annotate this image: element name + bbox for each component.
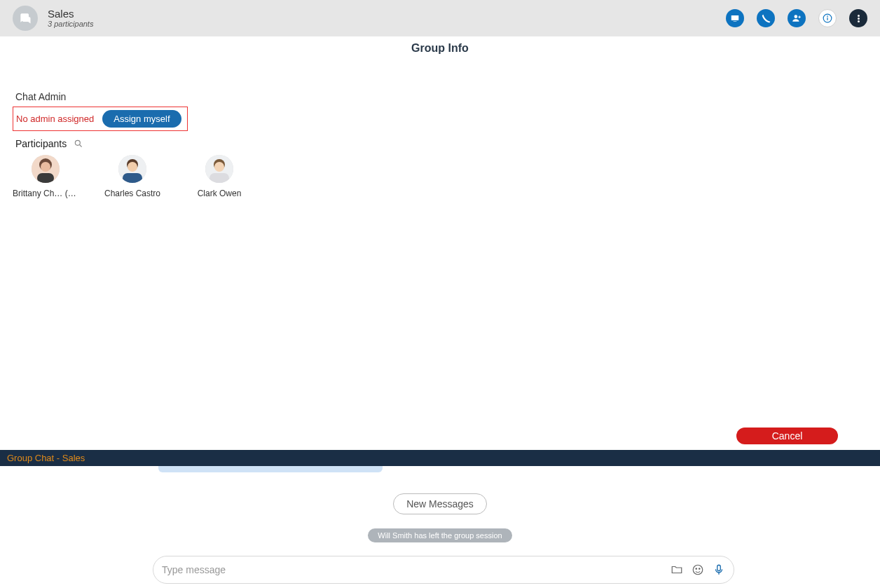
svg-point-10	[41, 162, 50, 172]
microphone-icon[interactable]	[713, 563, 725, 576]
svg-point-20	[693, 565, 703, 575]
svg-point-22	[699, 568, 701, 570]
svg-rect-19	[209, 173, 229, 183]
info-icon[interactable]	[818, 9, 837, 27]
group-chat-title-bar[interactable]: Group Chat - Sales	[0, 450, 880, 466]
participants-heading-row: Participants	[15, 138, 880, 149]
svg-rect-0	[731, 15, 739, 20]
svg-point-6	[75, 140, 80, 145]
chat-admin-highlight-box: No admin assigned Assign myself	[13, 107, 188, 131]
header-actions	[726, 9, 867, 27]
participant-item[interactable]: Brittany Ch… (You)	[13, 155, 78, 198]
participant-name: Charles Castro	[99, 189, 165, 198]
svg-point-2	[795, 15, 798, 18]
svg-point-21	[696, 568, 697, 570]
svg-line-7	[80, 145, 82, 147]
more-options-icon[interactable]	[849, 9, 867, 27]
add-user-icon[interactable]	[788, 9, 806, 27]
search-icon[interactable]	[74, 139, 83, 149]
system-message: Will Smith has left the group session	[368, 528, 511, 542]
participant-item[interactable]: Clark Owen	[186, 155, 252, 198]
assign-myself-button[interactable]: Assign myself	[102, 110, 181, 128]
emoji-icon[interactable]	[692, 563, 704, 576]
svg-point-5	[827, 16, 828, 17]
chat-header-titles: Sales 3 participants	[48, 8, 93, 29]
message-input[interactable]	[162, 564, 671, 575]
svg-point-18	[214, 162, 224, 172]
message-composer[interactable]	[153, 556, 734, 584]
message-bubble-fragment	[158, 465, 383, 472]
composer-icons	[671, 563, 725, 576]
cancel-button[interactable]: Cancel	[736, 428, 838, 444]
svg-rect-1	[734, 21, 737, 22]
participant-item[interactable]: Charles Castro	[99, 155, 165, 198]
svg-rect-15	[123, 173, 142, 183]
participant-name: Brittany Ch… (You)	[13, 189, 78, 198]
chat-subtitle: 3 participants	[48, 20, 93, 28]
avatar	[205, 155, 233, 183]
avatar	[32, 155, 60, 183]
svg-rect-11	[37, 173, 54, 183]
folder-icon[interactable]	[671, 563, 683, 576]
panel-title: Group Info	[0, 42, 880, 55]
no-admin-text: No admin assigned	[16, 114, 94, 124]
svg-rect-23	[717, 565, 721, 570]
chat-header: Sales 3 participants	[0, 0, 880, 36]
participants-list: Brittany Ch… (You) Charles Castro Clark …	[13, 155, 880, 198]
svg-point-14	[128, 162, 137, 172]
phone-icon[interactable]	[757, 9, 775, 27]
participants-heading: Participants	[15, 138, 67, 149]
participant-name: Clark Owen	[186, 189, 252, 198]
group-info-panel: Group Info Chat Admin No admin assigned …	[0, 36, 880, 450]
chat-admin-heading: Chat Admin	[15, 91, 880, 102]
new-messages-button[interactable]: New Messages	[393, 493, 487, 514]
avatar	[118, 155, 146, 183]
group-chat-icon	[13, 6, 38, 31]
chat-title: Sales	[48, 8, 93, 20]
screen-share-icon[interactable]	[726, 9, 744, 27]
